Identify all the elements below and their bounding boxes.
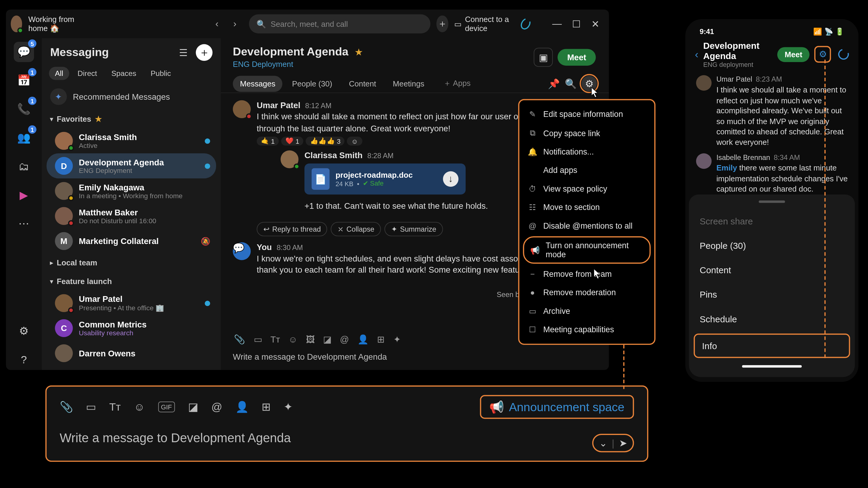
section-local-team[interactable]: ▸ Local team	[42, 254, 221, 272]
new-action-button[interactable]: ＋	[437, 15, 448, 32]
menu-notifications[interactable]: 🔔Notifications...	[519, 142, 654, 161]
avatar[interactable]	[233, 100, 250, 118]
avatar[interactable]: 💬	[233, 242, 250, 260]
format-icon[interactable]: Tт	[270, 334, 280, 345]
avatar[interactable]	[696, 154, 712, 169]
rail-help[interactable]: ?	[14, 350, 34, 370]
rail-calendar[interactable]: 📅 1	[14, 70, 34, 91]
rail-settings[interactable]: ⚙	[14, 321, 34, 341]
send-options-button[interactable]: ⌄	[599, 437, 607, 449]
ai-icon[interactable]: ✦	[284, 400, 293, 414]
conv-development-agenda[interactable]: D Development Agenda ENG Deployment	[46, 153, 216, 178]
sheet-content[interactable]: Content	[689, 258, 855, 282]
sticker-icon[interactable]: ◪	[323, 334, 332, 345]
attach-icon[interactable]: 📎	[234, 334, 245, 345]
mention-icon[interactable]: @	[211, 401, 222, 413]
close-button[interactable]: ✕	[586, 15, 604, 33]
format-icon[interactable]: Tт	[109, 401, 121, 413]
rail-vidcast[interactable]: ▶	[14, 185, 34, 205]
maximize-button[interactable]: ☐	[567, 15, 585, 33]
reaction[interactable]: ❤️1	[281, 137, 304, 146]
sticker-icon[interactable]: ◪	[188, 400, 198, 414]
recommended-messages[interactable]: ✦ Recommended Messages	[42, 84, 221, 110]
menu-announcement-mode[interactable]: 📢Turn on announcement mode	[523, 236, 651, 264]
menu-space-policy[interactable]: ⏱View space policy	[519, 180, 654, 198]
sheet-pins[interactable]: Pins	[689, 282, 855, 307]
menu-remove-team[interactable]: −Remove from team	[519, 265, 654, 283]
download-button[interactable]: ↓	[443, 171, 458, 187]
copilot-icon[interactable]	[836, 47, 851, 62]
video-icon[interactable]: ⊞	[377, 334, 385, 345]
conv-marketing[interactable]: M Marketing Collateral 🔕	[46, 229, 216, 254]
search-input[interactable]: 🔍 Search, meet, and call	[249, 14, 431, 33]
rail-contacts[interactable]: 🗂	[14, 156, 34, 176]
section-feature-launch[interactable]: ▾ Feature launch	[42, 272, 221, 290]
reaction[interactable]: 🤙1	[257, 137, 279, 146]
gif-icon[interactable]: 🖼	[306, 334, 315, 345]
minimize-button[interactable]: —	[548, 15, 566, 33]
conv-common-metrics[interactable]: C Common Metrics Usability research	[46, 316, 216, 341]
rail-messaging[interactable]: 💬 5	[14, 42, 34, 62]
gif-icon[interactable]: GIF	[158, 401, 175, 412]
avatar[interactable]	[281, 151, 299, 168]
video-icon[interactable]: ⊞	[261, 400, 271, 414]
menu-edit-space-info[interactable]: ✎Edit space information	[519, 105, 654, 124]
pin-icon[interactable]: 📌	[548, 78, 560, 89]
rail-teams[interactable]: 👥 1	[14, 128, 34, 148]
conv-umar[interactable]: Umar Patel Presenting • At the office 🏢	[46, 291, 216, 316]
conv-darren[interactable]: Darren Owens	[46, 341, 216, 366]
send-button[interactable]: ➤	[619, 437, 627, 449]
attach-icon[interactable]: 📎	[60, 400, 73, 414]
ai-icon[interactable]: ✦	[393, 334, 401, 345]
filter-all[interactable]: All	[49, 67, 69, 80]
menu-meeting-caps[interactable]: ☐Meeting capabilities	[519, 321, 654, 339]
back-button[interactable]: ‹	[695, 48, 699, 61]
filter-button[interactable]: ☰	[176, 45, 191, 60]
rail-calling[interactable]: 📞 1	[14, 99, 34, 119]
add-reaction[interactable]: ☺	[347, 137, 362, 146]
screenshot-icon[interactable]: ▭	[86, 400, 96, 414]
sheet-grabber[interactable]	[759, 201, 785, 203]
reaction[interactable]: 👍👍👍3	[306, 137, 345, 146]
sheet-screen-share[interactable]: Screen share	[689, 209, 855, 233]
tab-meetings[interactable]: Meetings	[386, 76, 432, 92]
self-avatar[interactable]	[11, 15, 22, 32]
mention-icon[interactable]: @	[340, 334, 349, 345]
emoji-icon[interactable]: ☺	[288, 334, 298, 345]
menu-move-section[interactable]: ☷Move to section	[519, 198, 654, 217]
summarize-button[interactable]: ✦ Summarize	[384, 222, 443, 236]
announcement-space-chip[interactable]: 📢 Announcement space	[480, 395, 634, 419]
menu-archive[interactable]: ▭Archive	[519, 302, 654, 320]
emoji-icon[interactable]: ☺	[134, 401, 145, 413]
mobile-meet-button[interactable]: Meet	[778, 47, 809, 62]
self-status-text[interactable]: Working from home 🏠	[28, 15, 83, 33]
menu-add-apps[interactable]: Add apps	[519, 161, 654, 180]
nav-back-button[interactable]: ‹	[209, 15, 225, 32]
filter-public[interactable]: Public	[145, 67, 177, 80]
collapse-thread-button[interactable]: ⤫ Collapse	[331, 222, 381, 236]
create-button[interactable]: ＋	[196, 44, 213, 61]
search-in-space-icon[interactable]: 🔍	[565, 78, 577, 89]
nav-forward-button[interactable]: ›	[227, 15, 243, 32]
favorite-star-icon[interactable]: ★	[354, 46, 363, 58]
sheet-schedule[interactable]: Schedule	[689, 307, 855, 331]
conv-clarissa[interactable]: Clarissa Smith Active	[46, 128, 216, 153]
meet-button[interactable]: Meet	[558, 49, 596, 65]
filter-spaces[interactable]: Spaces	[105, 67, 142, 80]
home-indicator[interactable]	[742, 365, 802, 367]
reply-thread-button[interactable]: ↩ Reply to thread	[257, 222, 328, 236]
copy-link-button[interactable]: ▣	[534, 47, 553, 67]
menu-disable-mentions[interactable]: @Disable @mentions to all	[519, 217, 654, 235]
composer-input[interactable]: Write a message to Development Agenda	[233, 352, 597, 362]
tab-people[interactable]: People (30)	[285, 76, 339, 92]
sheet-info[interactable]: Info	[694, 333, 850, 358]
section-favorites[interactable]: ▾ Favorites ★	[42, 110, 221, 128]
copilot-icon[interactable]	[519, 17, 532, 31]
menu-remove-moderation[interactable]: ●Remove moderation	[519, 284, 654, 302]
tab-content[interactable]: Content	[342, 76, 383, 92]
people-icon[interactable]: 👤	[236, 400, 249, 414]
conv-emily[interactable]: Emily Nakagawa In a meeting • Working fr…	[46, 178, 216, 203]
menu-copy-link[interactable]: ⧉Copy space link	[519, 124, 654, 142]
filter-direct[interactable]: Direct	[72, 67, 103, 80]
tab-messages[interactable]: Messages	[233, 76, 282, 92]
